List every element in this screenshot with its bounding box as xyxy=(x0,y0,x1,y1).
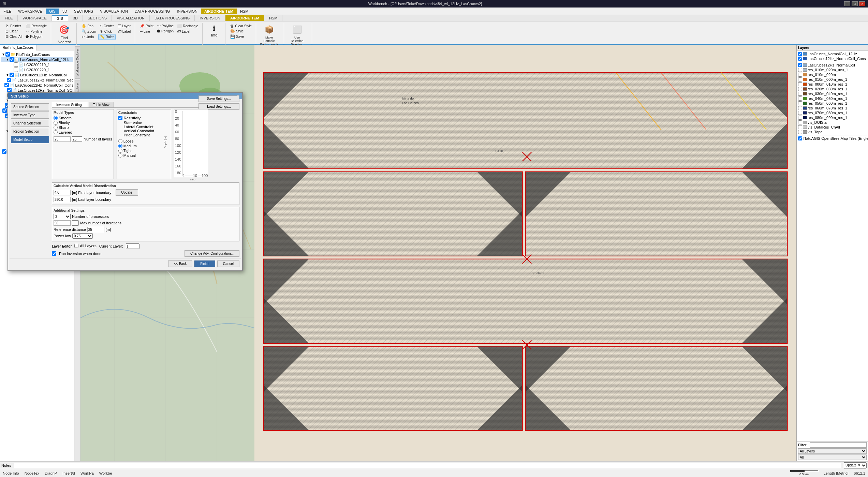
save-button[interactable]: 💾Save xyxy=(229,34,253,39)
layer-item[interactable]: TatuAGIS OpenStreetMap Tiles (Engle xyxy=(797,136,867,141)
right-panel-content[interactable]: LasCruces_NormalCoil_12Hz LasCruces12Hz_… xyxy=(797,51,868,441)
pan-button[interactable]: ✋Pan xyxy=(80,24,98,29)
layer-item[interactable]: vis_Topo xyxy=(797,130,867,134)
layer-checkbox[interactable] xyxy=(798,101,802,105)
blocky-radio[interactable] xyxy=(54,121,58,125)
ruler-button[interactable]: 📏Ruler xyxy=(98,34,116,40)
rectangle-button[interactable]: ⬜Rectangle xyxy=(24,24,48,29)
layer-checkbox[interactable] xyxy=(798,130,802,134)
point-button[interactable]: 📌Point xyxy=(138,24,155,29)
tree-checkbox[interactable] xyxy=(5,52,10,57)
label-button[interactable]: 🏷Label xyxy=(116,29,132,34)
tree-item-6[interactable]: 📄LasCruces12Hz_NormalCoil_Cons xyxy=(1,83,73,88)
menu-data-processing[interactable]: DATA PROCESSING xyxy=(131,9,174,14)
menu-hsm[interactable]: HSM xyxy=(237,9,252,14)
info-button[interactable]: ℹ Info xyxy=(206,23,222,41)
cancel-button[interactable]: Cancel xyxy=(217,260,239,267)
max-iterations-spinner[interactable] xyxy=(72,220,79,226)
polygon-button[interactable]: ⬟Polygon xyxy=(24,34,48,39)
menu-file[interactable]: FILE xyxy=(0,9,15,14)
menu-gis[interactable]: GIS xyxy=(46,9,59,14)
ribbon-tab-workspace[interactable]: WORKSPACE xyxy=(18,15,52,21)
use-selection-button[interactable]: ⬜ Use SelectionSelection xyxy=(288,23,307,47)
layer-item[interactable]: LasCruces_NormalCoil_12Hz xyxy=(797,51,867,56)
style-button[interactable]: 🎨Style xyxy=(229,29,253,34)
layer-checkbox[interactable] xyxy=(798,120,802,124)
menu-airborne-tem[interactable]: AIRBORNE TEM xyxy=(201,9,237,14)
layer-checkbox[interactable] xyxy=(798,87,802,91)
layered-radio[interactable] xyxy=(54,130,58,134)
type-filter-select[interactable]: All xyxy=(798,454,867,460)
ribbon-tab-3d[interactable]: 3D xyxy=(68,15,83,21)
layer-item[interactable]: LasCruces12Hz_NormalCoil xyxy=(797,63,867,68)
resistivity-checkbox[interactable] xyxy=(118,116,122,120)
tree-expand[interactable]: ▼ xyxy=(5,73,10,77)
layer-item[interactable]: res_070m_080m_res_1 xyxy=(797,110,867,115)
num-layers-spinner[interactable] xyxy=(72,136,82,142)
ribbon-tab-inversion[interactable]: INVERSION xyxy=(195,15,225,21)
back-button[interactable]: << Back xyxy=(168,260,192,267)
layer-checkbox[interactable] xyxy=(798,52,802,56)
tree-item-3[interactable]: 📄LC20200220_1 xyxy=(1,67,73,72)
clear-style-button[interactable]: 🗑Clear Style xyxy=(229,24,253,28)
ribbon-tab-hsm[interactable]: HSM xyxy=(264,15,282,21)
minimize-button[interactable]: ─ xyxy=(844,1,850,6)
num-processors-select[interactable]: 3124 xyxy=(54,214,71,219)
layer-checkbox[interactable] xyxy=(798,125,802,129)
click-button[interactable]: 🖱Click xyxy=(98,29,116,34)
menu-sections[interactable]: SECTIONS xyxy=(71,9,97,14)
tree-item-1[interactable]: ▼📊LasCruces_NormalCoil_12Hz xyxy=(1,57,73,62)
last-layer-input[interactable] xyxy=(54,197,71,202)
menu-workspace[interactable]: WORKSPACE xyxy=(15,9,46,14)
tree-checkbox[interactable] xyxy=(4,83,9,87)
layer-item[interactable]: vis_DOISta xyxy=(797,120,867,125)
power-law-select[interactable]: 0.750.51.0 xyxy=(72,233,93,239)
layer-item[interactable]: res_040m_050m_res_1 xyxy=(797,96,867,101)
polyline-button[interactable]: 〰Polyline xyxy=(24,29,48,34)
source-selection-button[interactable]: Source Selection xyxy=(11,103,49,110)
num-layers-input[interactable] xyxy=(54,136,71,142)
layer-checkbox[interactable] xyxy=(798,106,802,110)
clear-all-button[interactable]: ⊠Clear All xyxy=(4,34,24,39)
layer-checkbox[interactable] xyxy=(798,77,802,81)
undo-button[interactable]: ↩Undo xyxy=(80,34,98,40)
center-button[interactable]: ⊕Center xyxy=(98,24,116,29)
ribbon-tab-sections[interactable]: SECTIONS xyxy=(83,15,112,21)
tab-table-view[interactable]: Table View xyxy=(89,102,114,107)
filter-input[interactable] xyxy=(810,442,867,448)
layer-item[interactable]: res_020m_030m_res_1 xyxy=(797,87,867,91)
medium-radio[interactable] xyxy=(118,144,122,148)
manual-radio[interactable] xyxy=(118,153,122,158)
layer-checkbox[interactable] xyxy=(798,96,802,101)
region-selection-button[interactable]: Region Selection xyxy=(11,128,49,135)
layer-item[interactable]: res_030m_040m_res_1 xyxy=(797,91,867,96)
sidebar-workspace-explorer[interactable]: Workspace Explorer xyxy=(75,46,80,79)
tree-checkbox[interactable] xyxy=(7,78,11,82)
tree-checkbox[interactable] xyxy=(2,108,7,113)
layer-item[interactable]: res_010m_020m xyxy=(797,72,867,77)
ribbon-tab-file[interactable]: FILE xyxy=(0,15,18,21)
ref-distance-input[interactable] xyxy=(87,227,104,232)
layer-checkbox[interactable] xyxy=(798,68,802,72)
layer-checkbox[interactable] xyxy=(798,82,802,86)
layer-item[interactable]: res_080m_090m_res_1 xyxy=(797,115,867,120)
loose-radio[interactable] xyxy=(118,139,122,143)
layer-item[interactable]: vis_DataRes_ChAll xyxy=(797,125,867,130)
tree-checkbox[interactable] xyxy=(10,73,14,77)
layer-item[interactable]: res_010m_000m_res_1 xyxy=(797,77,867,82)
maximize-button[interactable]: □ xyxy=(852,1,858,6)
finish-button[interactable]: Finish xyxy=(194,260,215,267)
update-button[interactable]: Update xyxy=(116,189,138,196)
tree-item-0[interactable]: ▼📁RioTinto_LasCruces xyxy=(1,52,73,57)
model-setup-button[interactable]: Model Setup xyxy=(11,136,49,143)
menu-3d[interactable]: 3D xyxy=(59,9,71,14)
tab-inversion-settings[interactable]: Inversion Settings xyxy=(52,102,88,107)
line-button[interactable]: ─Line xyxy=(138,29,155,34)
update-select[interactable]: Update ▼ xyxy=(844,462,867,468)
tree-expand[interactable]: ▼ xyxy=(1,53,5,56)
ribbon-tab-visualization[interactable]: VISUALIZATION xyxy=(112,15,150,21)
change-adv-button[interactable]: Change Adv. Configuration... xyxy=(185,250,239,257)
layer-item[interactable]: res_050m_060m_res_1 xyxy=(797,101,867,106)
channel-selection-button[interactable]: Channel Selection xyxy=(11,120,49,127)
layer-item[interactable]: res_010m_020m_uxu_1 xyxy=(797,68,867,72)
